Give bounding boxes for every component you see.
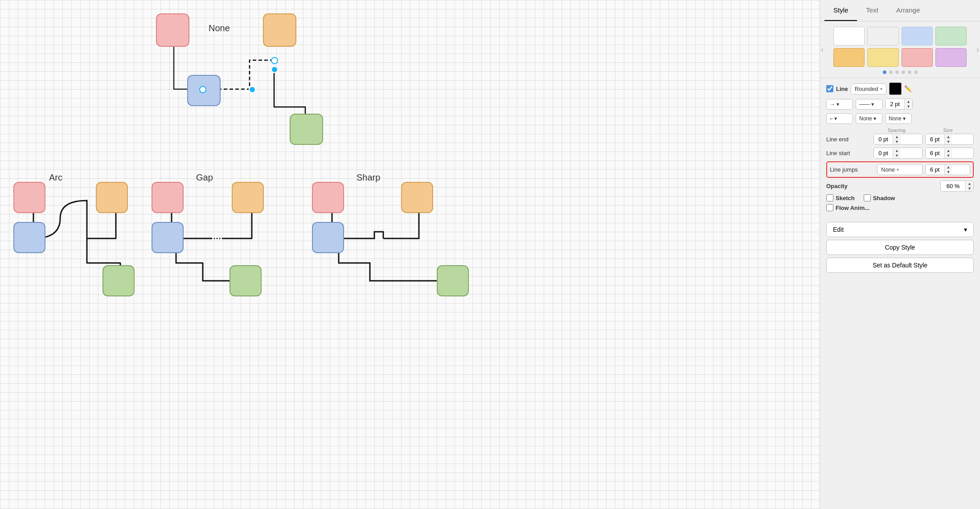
tab-style[interactable]: Style (824, 0, 857, 21)
swatch-dot-6[interactable] (914, 70, 918, 74)
line-start-spacing-input[interactable]: ▲ ▼ (873, 148, 923, 159)
line-end-spacing-down[interactable]: ▼ (893, 140, 901, 144)
line-start-size-value[interactable] (926, 148, 944, 158)
swatch-green[interactable] (935, 27, 967, 45)
opacity-spinners: ▲ ▼ (965, 181, 973, 191)
shape-sharp-pink[interactable] (312, 182, 344, 213)
opacity-up[interactable]: ▲ (966, 181, 973, 186)
line-jumps-size-spinners: ▲ ▼ (944, 165, 952, 175)
line-start-size-spinners: ▲ ▼ (944, 148, 952, 158)
shape-gap-pink[interactable] (152, 182, 184, 213)
none2-chevron-icon: ▾ (903, 115, 906, 122)
line-start-spacing-value[interactable] (874, 148, 893, 158)
swatch-light-gray[interactable] (867, 27, 898, 45)
line-jumps-size-down[interactable]: ▼ (945, 170, 952, 175)
shape-arc-orange[interactable] (96, 182, 128, 213)
opacity-label: Opacity (826, 183, 848, 189)
line-style-dropdown[interactable]: Rounded ▾ (851, 83, 886, 94)
shape-arc-green[interactable] (103, 265, 135, 296)
sketch-label: Sketch (836, 195, 855, 201)
shadow-checkbox[interactable] (864, 194, 871, 201)
swatch-purple[interactable] (935, 48, 967, 67)
line-row: Line Rounded ▾ ✏️ (826, 82, 974, 95)
line-jumps-size-up[interactable]: ▲ (945, 165, 952, 170)
swatch-yellow[interactable] (867, 48, 898, 67)
canvas[interactable]: None Arc Gap Sharp (0, 0, 820, 509)
swatch-next-button[interactable]: › (976, 45, 980, 54)
none2-dropdown[interactable]: None ▾ (885, 113, 912, 124)
shape-sharp-green[interactable] (437, 265, 469, 296)
shape-gap-orange[interactable] (232, 182, 264, 213)
swatch-dot-4[interactable] (902, 70, 905, 74)
swatch-dot-2[interactable] (889, 70, 893, 74)
shape-gap-blue[interactable] (152, 222, 184, 253)
edit-chevron-icon: ▾ (964, 226, 967, 233)
opacity-down[interactable]: ▼ (966, 186, 973, 191)
line-end-spacing-value[interactable] (874, 134, 893, 144)
line-end-size-value[interactable] (926, 134, 944, 144)
shape-sharp-blue[interactable] (312, 222, 344, 253)
line-start-size-up[interactable]: ▲ (945, 148, 952, 153)
line-start-spacing-spinners: ▲ ▼ (893, 148, 901, 158)
shape-arc-pink[interactable] (13, 182, 45, 213)
line-end-size-up[interactable]: ▲ (945, 135, 952, 140)
swatch-dot-5[interactable] (908, 70, 911, 74)
shape-none-orange[interactable] (263, 13, 296, 47)
line-jumps-type-dropdown[interactable]: None ▾ (877, 164, 923, 175)
line-style-dropdown2[interactable]: —— ▾ (856, 99, 882, 110)
edit-label: Edit (833, 226, 844, 233)
tab-text[interactable]: Text (857, 0, 887, 21)
line-start-row: Line start ▲ ▼ ▲ ▼ (826, 148, 974, 159)
swatch-orange[interactable] (833, 48, 865, 67)
arrow-start-dropdown[interactable]: → ▾ (826, 99, 853, 110)
weight-up[interactable]: ▲ (905, 99, 912, 104)
weight-down[interactable]: ▼ (905, 104, 912, 109)
set-default-style-button[interactable]: Set as Default Style (826, 258, 974, 273)
flow-anim-row: Flow Anim... (826, 204, 974, 211)
line-jumps-size-input[interactable]: ▲ ▼ (925, 164, 971, 175)
line-checkbox[interactable] (826, 85, 833, 92)
opacity-input[interactable]: ▲ ▼ (940, 181, 974, 192)
line-weight-input[interactable]: ▲ ▼ (885, 99, 913, 110)
weight-value[interactable] (886, 99, 904, 109)
none1-dropdown[interactable]: None ▾ (856, 113, 882, 124)
swatch-prev-button[interactable]: ‹ (820, 45, 824, 54)
line-color-button[interactable] (889, 82, 902, 95)
line-end-size-down[interactable]: ▼ (945, 140, 952, 144)
edit-button[interactable]: Edit ▾ (826, 222, 974, 237)
line-start-spacing-down[interactable]: ▼ (893, 153, 901, 158)
opacity-value[interactable] (941, 181, 965, 191)
line-jumps-label: Line jumps (830, 166, 874, 173)
line-edit-icon[interactable]: ✏️ (904, 85, 912, 92)
swatch-white[interactable] (833, 27, 865, 45)
shape-none-pink[interactable] (156, 13, 189, 47)
swatch-blue[interactable] (902, 27, 933, 45)
shadow-item: Shadow (864, 194, 895, 201)
line-end-spacing-input[interactable]: ▲ ▼ (873, 134, 923, 145)
connector-type-dropdown[interactable]: ⌐ ▾ (826, 113, 853, 124)
flow-anim-checkbox[interactable] (826, 204, 833, 211)
swatch-dot-1[interactable] (883, 70, 886, 74)
spacing-header: Spacing Size (826, 127, 974, 133)
line-start-size-input[interactable]: ▲ ▼ (925, 148, 974, 159)
swatch-pink[interactable] (902, 48, 933, 67)
tab-arrange[interactable]: Arrange (887, 0, 929, 21)
shape-arc-blue[interactable] (13, 222, 45, 253)
swatch-dots (825, 70, 975, 74)
line-end-size-input[interactable]: ▲ ▼ (925, 134, 974, 145)
shape-none-green[interactable] (290, 114, 323, 145)
label-none: None (209, 23, 230, 33)
line-jumps-size-value[interactable] (926, 164, 944, 175)
line-start-spacing-up[interactable]: ▲ (893, 148, 901, 153)
arrow-row: → ▾ —— ▾ ▲ ▼ (826, 99, 974, 110)
arrow-chevron-icon: ▾ (836, 101, 839, 107)
swatch-dot-3[interactable] (895, 70, 899, 74)
shape-gap-green[interactable] (230, 265, 262, 296)
copy-style-button[interactable]: Copy Style (826, 240, 974, 255)
sketch-checkbox[interactable] (826, 194, 833, 201)
shape-sharp-orange[interactable] (401, 182, 433, 213)
line-section: Line Rounded ▾ ✏️ → ▾ —— ▾ ▲ ▼ (820, 78, 980, 218)
opacity-row: Opacity ▲ ▼ (826, 181, 974, 192)
line-end-spacing-up[interactable]: ▲ (893, 135, 901, 140)
line-start-size-down[interactable]: ▼ (945, 153, 952, 158)
